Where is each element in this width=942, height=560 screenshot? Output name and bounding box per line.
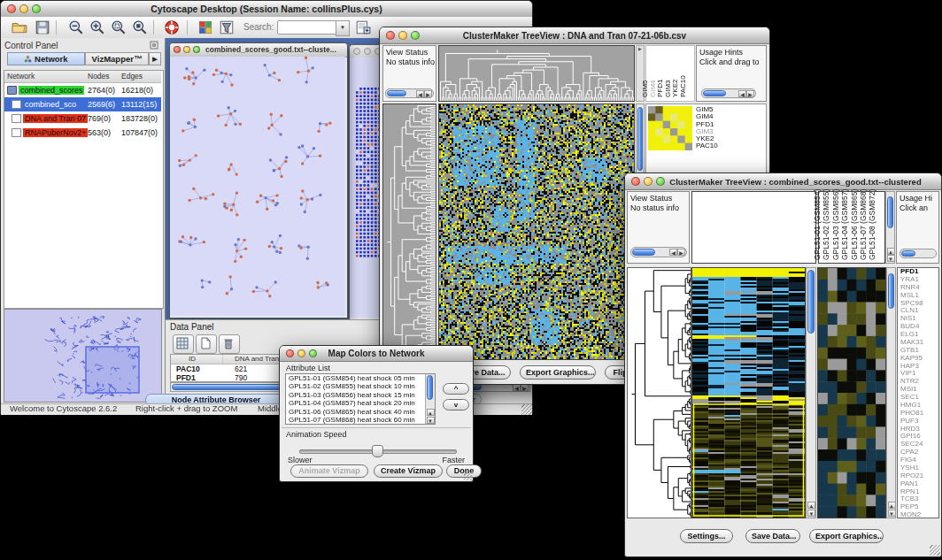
- column-label[interactable]: GPL51-04 (GSM857): [841, 189, 849, 260]
- tv1-zoom-heatmap[interactable]: [648, 106, 692, 150]
- column-label[interactable]: PFD1: [656, 80, 664, 97]
- network-name[interactable]: combined_sco: [23, 100, 78, 109]
- minimize-icon[interactable]: [19, 4, 28, 13]
- search-input[interactable]: [277, 20, 338, 35]
- gene-label[interactable]: RPN1: [898, 488, 938, 496]
- close-icon[interactable]: [631, 177, 640, 186]
- minimize-icon[interactable]: [644, 177, 652, 186]
- cytoscape-titlebar[interactable]: Cytoscape Desktop (Session Name: collins…: [1, 1, 532, 18]
- scrollbar-thumb[interactable]: [637, 107, 643, 171]
- tv1-heatmap[interactable]: [438, 104, 635, 360]
- attribute-list-item[interactable]: GPL51-03 (GSM856) heat shock 15 min: [286, 391, 435, 399]
- tv2-export-graphics-button[interactable]: Export Graphics...: [809, 529, 884, 543]
- gene-label[interactable]: GTB1: [898, 347, 938, 355]
- tab-overflow-button[interactable]: ▶: [149, 52, 161, 65]
- gene-label[interactable]: NIS1: [898, 315, 938, 323]
- attribute-list-item[interactable]: GPL51-04 (GSM857) heat shock 20 min: [286, 399, 435, 407]
- tv2-column-labels-vscrollbar[interactable]: ▲ ▼: [885, 191, 895, 264]
- network-overview-canvas[interactable]: [4, 310, 161, 402]
- scroll-left-icon[interactable]: ◀: [669, 249, 677, 256]
- gene-label[interactable]: SEC24: [898, 441, 938, 449]
- network-overview-panel[interactable]: [4, 309, 162, 403]
- tab-vizmapper[interactable]: VizMapper™: [85, 52, 149, 65]
- zoom-window-icon[interactable]: [656, 177, 665, 186]
- vizmapper-icon[interactable]: [197, 19, 213, 35]
- column-label[interactable]: GPL51-07 (GSM868): [860, 189, 868, 260]
- tv2-zoom-vscrollbar[interactable]: ▲ ▼: [886, 267, 896, 518]
- tv2-zoom-heatmap[interactable]: [817, 267, 886, 518]
- gene-label[interactable]: KAP95: [898, 355, 938, 363]
- close-icon[interactable]: [7, 4, 16, 13]
- move-up-button[interactable]: ^: [443, 383, 469, 395]
- tv1-zoom-hscrollbar[interactable]: ◀ ▶: [701, 88, 756, 98]
- scroll-up-icon[interactable]: ▲: [887, 248, 895, 255]
- scrollbar-thumb[interactable]: [888, 273, 894, 309]
- gene-label[interactable]: PEP5: [898, 503, 938, 511]
- column-header-id[interactable]: ID: [189, 355, 196, 363]
- tv2-heatmap[interactable]: [691, 267, 806, 518]
- gene-label[interactable]: MSI1: [898, 386, 938, 394]
- minimize-icon[interactable]: [183, 46, 190, 53]
- gene-label[interactable]: CPA2: [898, 449, 938, 456]
- scroll-up-icon[interactable]: ▲: [888, 502, 896, 509]
- scroll-left-icon[interactable]: ◀: [416, 90, 424, 97]
- tv2-settings-button[interactable]: Settings...: [680, 529, 733, 543]
- table-view-button[interactable]: [173, 334, 194, 354]
- minimize-icon[interactable]: [398, 31, 407, 40]
- scrollbar-thumb[interactable]: [901, 250, 915, 257]
- gene-label[interactable]: YRA1: [898, 276, 938, 284]
- gene-label[interactable]: PFD1: [898, 268, 938, 276]
- zoom-fit-icon[interactable]: [132, 19, 148, 35]
- network-window-1-titlebar[interactable]: combined_scores_good.txt--cluste...: [170, 43, 347, 58]
- attribute-list-vscrollbar[interactable]: ▲ ▼: [425, 374, 435, 424]
- move-down-button[interactable]: v: [443, 399, 469, 410]
- column-label[interactable]: GPL51-03 (GSM856): [832, 189, 840, 260]
- tv1-row-dendrogram[interactable]: [382, 104, 436, 360]
- zoom-window-icon[interactable]: [309, 349, 317, 357]
- scroll-down-icon[interactable]: ▼: [887, 255, 895, 262]
- gene-label[interactable]: TCB3: [898, 495, 938, 503]
- resize-grip[interactable]: [464, 472, 472, 480]
- scroll-right-icon[interactable]: ▶: [677, 249, 685, 256]
- column-label[interactable]: PAC10: [679, 75, 687, 97]
- network-name[interactable]: RNAPuberNov2+: [23, 128, 88, 137]
- gene-label[interactable]: MAK31: [898, 339, 938, 347]
- help-ring-icon[interactable]: [164, 19, 180, 35]
- gene-label[interactable]: RNR4: [898, 284, 938, 292]
- gene-label[interactable]: BUD4: [898, 323, 938, 331]
- scroll-right-icon[interactable]: ▶: [746, 90, 754, 97]
- float-panel-icon[interactable]: [150, 41, 158, 50]
- gene-label[interactable]: HMG1: [898, 402, 938, 410]
- delete-attribute-button[interactable]: [219, 334, 240, 354]
- tv2-save-data-button[interactable]: Save Data...: [745, 529, 800, 543]
- treeview2-titlebar[interactable]: ClusterMaker TreeView : combined_scores_…: [625, 173, 941, 190]
- tv1-column-dendrogram[interactable]: [438, 45, 635, 102]
- scroll-down-icon[interactable]: ▼: [888, 510, 896, 517]
- close-icon[interactable]: [353, 48, 360, 55]
- attribute-list-item[interactable]: GPL51-01 (GSM854) heat shock 05 min: [286, 374, 435, 382]
- gene-label[interactable]: RPO21: [898, 472, 938, 480]
- close-icon[interactable]: [286, 349, 294, 357]
- scrollbar-thumb[interactable]: [632, 249, 655, 256]
- zoom-in-icon[interactable]: [89, 19, 105, 35]
- column-header-edges[interactable]: Edges: [121, 72, 143, 81]
- scrollbar-thumb[interactable]: [703, 90, 726, 96]
- gene-label[interactable]: HRD3: [898, 426, 938, 433]
- table-row[interactable]: RNAPuberNov2+563(0)107847(0): [4, 126, 161, 140]
- table-row[interactable]: DNA and Tran 07769(0)183728(0): [4, 111, 161, 126]
- gene-label[interactable]: SPC98: [898, 300, 938, 308]
- search-dropdown-button[interactable]: ▼: [336, 20, 350, 36]
- table-row[interactable]: combined_sco2569(6)13112(15): [4, 97, 161, 111]
- gene-label[interactable]: PUF3: [898, 418, 938, 426]
- minimize-icon[interactable]: [364, 48, 371, 55]
- attribute-list-item[interactable]: GPL51-07 (GSM868) heat shock 60 min: [286, 416, 435, 424]
- column-label[interactable]: GPL51-01 (GSM854): [814, 189, 822, 260]
- column-label[interactable]: GIM5: [641, 80, 649, 97]
- gene-label[interactable]: VIP1: [898, 370, 938, 378]
- tv2-row-dendrogram[interactable]: [627, 267, 691, 518]
- scroll-left-icon[interactable]: ◀: [738, 90, 746, 97]
- column-label[interactable]: GPL51-08 (GSM872): [869, 189, 876, 260]
- open-folder-icon[interactable]: [12, 19, 27, 35]
- gene-label[interactable]: YSH1: [898, 464, 938, 472]
- animate-vizmap-button[interactable]: Animate Vizmap: [290, 464, 368, 478]
